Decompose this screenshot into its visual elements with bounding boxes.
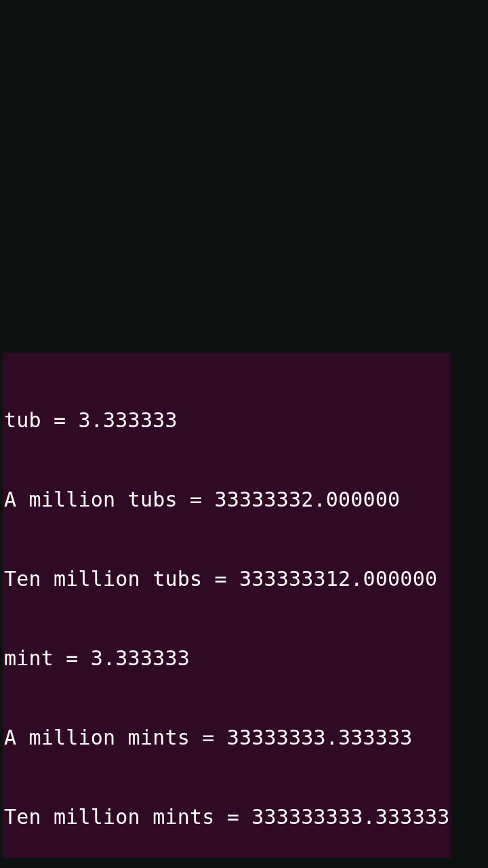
terminal-line: mint = 3.333333 — [4, 645, 449, 671]
terminal-line: tub = 3.333333 — [4, 407, 449, 433]
terminal-output-block: tub = 3.333333 A million tubs = 33333332… — [3, 353, 451, 858]
terminal-line: Ten million tubs = 333333312.000000 — [4, 566, 449, 592]
terminal-line: A million mints = 33333333.333333 — [4, 724, 449, 751]
terminal-line: Ten million mints = 333333333.333333 — [4, 804, 449, 830]
terminal-line: A million tubs = 33333332.000000 — [4, 486, 449, 513]
